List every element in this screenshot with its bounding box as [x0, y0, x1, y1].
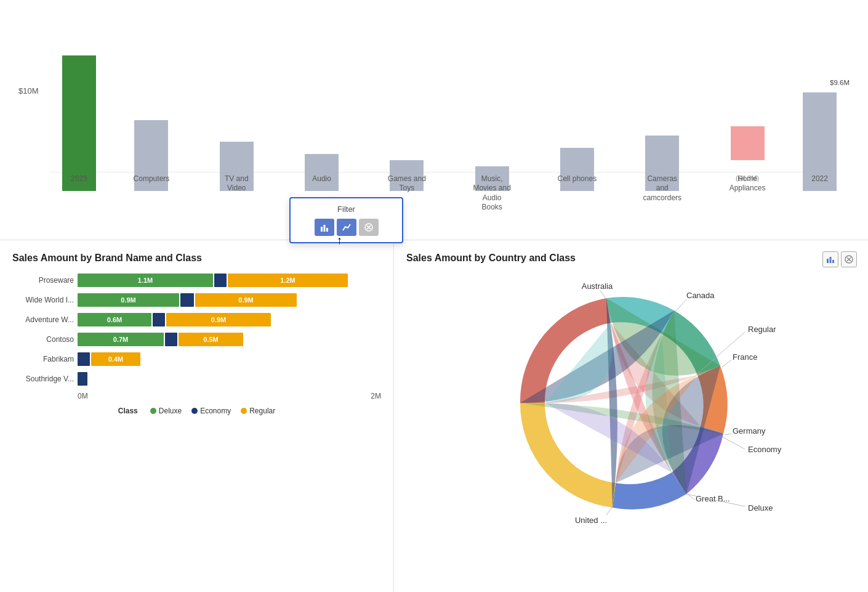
- brand-label-southridge: Southridge V...: [12, 375, 74, 383]
- brand-row-fabrikam: Fabrikam 0.4M: [12, 352, 381, 366]
- x-label-home: HomeAppliances: [705, 174, 790, 213]
- contoso-navy-bar: [165, 333, 177, 346]
- brand-label-wide-world: Wide World I...: [12, 296, 74, 304]
- filter-popup-title: Filter: [299, 205, 393, 214]
- brand-bars-fabrikam: 0.4M: [78, 352, 140, 366]
- x-label-cell: Cell phones: [534, 174, 619, 213]
- bottom-panels: Sales Amount by Brand Name and Class Pro…: [0, 240, 868, 592]
- svg-line-12: [725, 434, 731, 435]
- southridge-navy-bar: [78, 372, 87, 386]
- wide-world-navy-bar: [180, 293, 194, 307]
- wide-world-green-bar: 0.9M: [78, 293, 179, 307]
- svg-rect-17: [326, 228, 328, 232]
- bar-2022: $9.6M: [790, 12, 850, 191]
- proseware-green-bar: 1.1M: [78, 274, 213, 287]
- filter-bar-chart-btn[interactable]: [315, 219, 334, 236]
- brand-bars-adventure: 0.6M 0.9M: [78, 313, 271, 326]
- right-panel-toolbar[interactable]: [822, 251, 857, 267]
- svg-rect-15: [321, 227, 323, 232]
- x-label-2m: 2M: [371, 392, 381, 400]
- chord-diagram-container: Australia Canada France Germany Great B.…: [406, 274, 856, 532]
- bar-cameras: [620, 12, 705, 191]
- svg-line-9: [600, 291, 606, 299]
- filter-cancel-icon: [364, 222, 374, 232]
- brand-chart: Proseware 1.1M 1.2M Wide World I... 0.9M…: [12, 274, 381, 386]
- home-appliances-neg-bar: [731, 126, 765, 160]
- label-regular: Regular: [748, 325, 776, 334]
- brand-label-adventure: Adventure W...: [12, 315, 74, 324]
- x-label-2022: 2022: [790, 174, 850, 213]
- svg-rect-0: [827, 259, 829, 263]
- filter-bar-icon: [319, 222, 329, 232]
- svg-rect-16: [323, 225, 325, 232]
- brand-bars-contoso: 0.7M 0.5M: [78, 333, 243, 346]
- bar-2023: $11.8M: [49, 12, 109, 191]
- cancel-toolbar-btn[interactable]: [841, 251, 857, 267]
- brand-row-contoso: Contoso 0.7M 0.5M: [12, 333, 381, 346]
- x-label-cameras: Camerasandcamcorders: [620, 174, 705, 213]
- top-chart-panel: $10M $11.8M: [0, 0, 868, 240]
- bar-chart-toolbar-btn[interactable]: [822, 251, 838, 267]
- legend-economy-dot: [191, 408, 198, 414]
- brand-bars-wide-world: 0.9M 0.9M: [78, 293, 297, 307]
- x-axis-labels: 2023 Computers TV andVideo Audio Games a…: [49, 174, 850, 213]
- x-axis-brand-chart: 0M 2M: [12, 392, 381, 400]
- left-panel: Sales Amount by Brand Name and Class Pro…: [0, 240, 394, 592]
- label-deluxe: Deluxe: [748, 503, 773, 513]
- legend-regular-dot: [241, 408, 247, 414]
- svg-rect-2: [832, 260, 834, 263]
- brand-bars-proseware: 1.1M 1.2M: [78, 274, 348, 287]
- label-germany: Germany: [733, 426, 766, 436]
- bar-cellphones: [534, 12, 619, 191]
- svg-rect-1: [830, 257, 832, 263]
- bar-music: [449, 12, 534, 191]
- chord-diagram: Australia Canada France Germany Great B.…: [477, 274, 785, 532]
- filter-line-chart-btn[interactable]: [337, 219, 356, 236]
- bar-home-appliances: ($1.4M) ($4.3M): [705, 12, 790, 191]
- bar-tv-video: [194, 12, 279, 191]
- label-canada: Canada: [686, 291, 715, 300]
- bar-games: [364, 12, 449, 191]
- brand-row-wide-world: Wide World I... 0.9M 0.9M: [12, 293, 381, 307]
- adventure-gold-bar: 0.9M: [166, 313, 271, 326]
- cursor-pointer: ↑: [337, 234, 342, 247]
- label-australia: Australia: [582, 282, 613, 291]
- x-label-2023: 2023: [49, 174, 109, 213]
- brand-row-adventure: Adventure W... 0.6M 0.9M: [12, 313, 381, 326]
- wide-world-gold-bar: 0.9M: [195, 293, 297, 307]
- legend-economy-label: Economy: [200, 407, 231, 415]
- brand-label-contoso: Contoso: [12, 335, 74, 344]
- filter-line-icon: [342, 222, 352, 232]
- fabrikam-gold-bar: 0.4M: [91, 352, 140, 366]
- label-united: United ...: [575, 516, 607, 525]
- label-france: France: [733, 352, 757, 362]
- brand-label-proseware: Proseware: [12, 276, 74, 285]
- filter-popup[interactable]: Filter ↑: [289, 197, 403, 243]
- filter-icons: [299, 219, 393, 236]
- cancel-icon: [845, 255, 853, 264]
- bar-2023-green: [62, 55, 96, 191]
- x-label-music: Music,Movies andAudioBooks: [449, 174, 534, 213]
- contoso-gold-bar: 0.5M: [179, 333, 243, 346]
- legend-regular: Regular: [241, 407, 275, 415]
- bar-chart-icon: [826, 255, 835, 264]
- x-label-0m: 0M: [78, 392, 88, 400]
- left-panel-title: Sales Amount by Brand Name and Class: [12, 253, 381, 264]
- legend-deluxe: Deluxe: [150, 407, 182, 415]
- svg-line-7: [722, 437, 745, 449]
- brand-legend: Class Deluxe Economy Regular: [12, 407, 381, 415]
- brand-label-fabrikam: Fabrikam: [12, 355, 74, 363]
- proseware-navy-bar: [214, 274, 227, 287]
- brand-bars-southridge: [78, 372, 87, 386]
- legend-economy: Economy: [191, 407, 231, 415]
- right-panel: Sales Amount by Country and Class: [394, 240, 868, 592]
- proseware-gold-bar: 1.2M: [228, 274, 348, 287]
- legend-deluxe-dot: [150, 408, 156, 414]
- svg-line-11: [722, 360, 731, 367]
- contoso-green-bar: 0.7M: [78, 333, 164, 346]
- filter-cancel-btn[interactable]: [359, 219, 379, 236]
- adventure-green-bar: 0.6M: [78, 313, 151, 326]
- brand-row-southridge: Southridge V...: [12, 372, 381, 386]
- adventure-navy-bar: [153, 313, 165, 326]
- bar-2022-label: $9.6M: [830, 79, 850, 86]
